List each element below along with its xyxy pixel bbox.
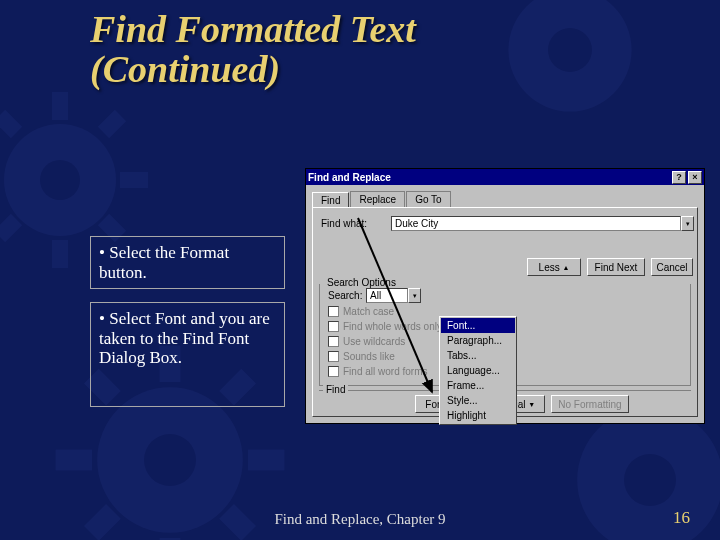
whole-word-checkbox[interactable]: Find whole words only xyxy=(328,321,442,332)
svg-point-9 xyxy=(40,160,80,200)
menu-item-language[interactable]: Language... xyxy=(441,363,515,378)
svg-rect-8 xyxy=(0,214,22,242)
find-next-button[interactable]: Find Next xyxy=(587,258,645,276)
dialog-titlebar[interactable]: Find and Replace ? × xyxy=(306,169,704,185)
word-forms-checkbox[interactable]: Find all word forms xyxy=(328,366,427,377)
find-what-dropdown[interactable]: ▾ xyxy=(681,216,694,231)
bullet-1: • Select the Format button. xyxy=(90,236,285,289)
svg-rect-7 xyxy=(98,110,126,138)
format-popup-menu: Font... Paragraph... Tabs... Language...… xyxy=(439,316,517,425)
search-direction-select[interactable]: All xyxy=(366,288,408,303)
match-case-checkbox[interactable]: Match case xyxy=(328,306,394,317)
menu-item-highlight[interactable]: Highlight xyxy=(441,408,515,423)
find-replace-dialog: Find and Replace ? × Find Replace Go To … xyxy=(305,168,705,424)
search-options-heading: Search Options xyxy=(324,277,399,288)
svg-point-23 xyxy=(624,454,676,506)
dialog-title: Find and Replace xyxy=(308,172,391,183)
gear-decoration xyxy=(460,0,680,160)
sounds-like-checkbox[interactable]: Sounds like xyxy=(328,351,395,362)
search-direction-dropdown[interactable]: ▾ xyxy=(408,288,421,303)
search-direction-label: Search: xyxy=(328,290,362,301)
wildcards-checkbox[interactable]: Use wildcards xyxy=(328,336,405,347)
menu-item-paragraph[interactable]: Paragraph... xyxy=(441,333,515,348)
chevron-down-icon: ▼ xyxy=(528,401,535,408)
find-what-input[interactable]: Duke City xyxy=(391,216,681,231)
help-button[interactable]: ? xyxy=(672,171,686,184)
footer-caption: Find and Replace, Chapter 9 xyxy=(0,511,720,528)
tab-panel: Find what: Duke City ▾ Less ▲ Find Next … xyxy=(312,207,698,417)
menu-item-style[interactable]: Style... xyxy=(441,393,515,408)
slide-title: Find Formatted Text (Continued) xyxy=(90,10,416,90)
no-formatting-button[interactable]: No Formatting xyxy=(551,395,629,413)
menu-item-font[interactable]: Font... xyxy=(441,318,515,333)
less-button[interactable]: Less ▲ xyxy=(527,258,581,276)
bullet-2: • Select Font and you are taken to the F… xyxy=(90,302,285,407)
tab-find[interactable]: Find xyxy=(312,192,349,208)
cancel-button[interactable]: Cancel xyxy=(651,258,693,276)
page-number: 16 xyxy=(673,508,690,528)
svg-rect-1 xyxy=(52,92,68,120)
tab-replace[interactable]: Replace xyxy=(350,191,405,207)
svg-rect-4 xyxy=(120,172,148,188)
svg-point-19 xyxy=(144,434,196,486)
svg-rect-13 xyxy=(56,450,92,471)
svg-point-21 xyxy=(548,28,592,72)
find-what-label: Find what: xyxy=(321,218,367,229)
menu-item-frame[interactable]: Frame... xyxy=(441,378,515,393)
menu-item-tabs[interactable]: Tabs... xyxy=(441,348,515,363)
close-button[interactable]: × xyxy=(688,171,702,184)
tab-goto[interactable]: Go To xyxy=(406,191,451,207)
svg-rect-2 xyxy=(52,240,68,268)
find-group-heading: Find xyxy=(323,384,348,395)
svg-rect-14 xyxy=(248,450,284,471)
chevron-up-icon: ▲ xyxy=(562,264,569,271)
svg-rect-5 xyxy=(0,110,22,138)
